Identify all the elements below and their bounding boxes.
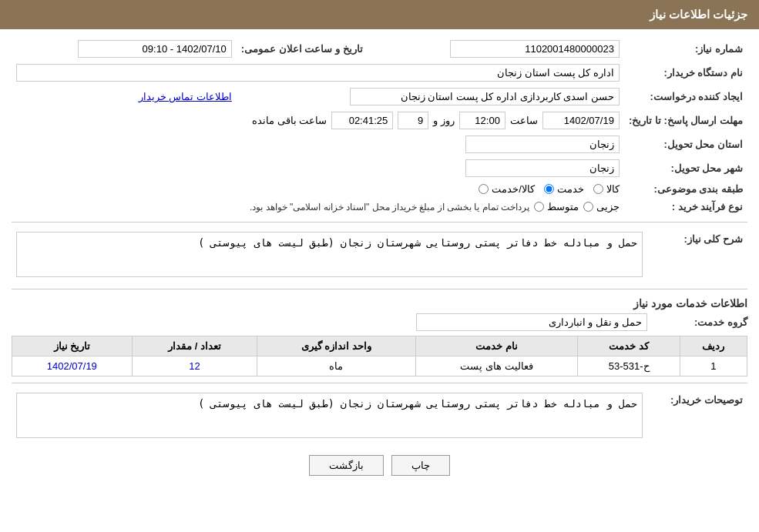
buyer-description-textarea[interactable] bbox=[16, 393, 643, 438]
main-content: شماره نیاز: 1102001480000023 تاریخ و ساع… bbox=[0, 29, 759, 495]
col-header-unit: واحد اندازه گیری bbox=[257, 336, 415, 356]
category-option-both: کالا/خدمت bbox=[479, 183, 535, 195]
deadline-remaining-label: ساعت باقی مانده bbox=[252, 115, 327, 126]
col-header-name: نام خدمت bbox=[415, 336, 578, 356]
category-goods-label: کالا bbox=[606, 183, 620, 195]
page-wrapper: جزئیات اطلاعات نیاز شماره نیاز: 11020014… bbox=[0, 0, 759, 532]
divider-2 bbox=[12, 289, 747, 289]
city-value: زنجان bbox=[465, 159, 620, 177]
category-option-goods: کالا bbox=[593, 183, 620, 195]
deadline-date: 1402/07/19 bbox=[542, 112, 620, 129]
main-form-table: شماره نیاز: 1102001480000023 تاریخ و ساع… bbox=[12, 37, 747, 216]
purchase-radio-medium[interactable] bbox=[534, 202, 544, 212]
purchase-medium-label: متوسط bbox=[547, 201, 579, 212]
print-button[interactable]: چاپ bbox=[391, 455, 450, 476]
category-radio-service[interactable] bbox=[544, 184, 554, 194]
buyer-description-label: توصیحات خریدار: bbox=[647, 390, 747, 443]
deadline-days: 9 bbox=[398, 112, 428, 129]
cell-code: ح-531-53 bbox=[578, 356, 680, 376]
services-section-title: اطلاعات خدمات مورد نیاز bbox=[12, 297, 747, 309]
deadline-label: مهلت ارسال پاسخ: تا تاریخ: bbox=[624, 109, 747, 132]
description-table: شرح کلی نیاز: bbox=[12, 229, 747, 283]
col-header-date: تاریخ نیاز bbox=[12, 336, 133, 356]
buyer-org-label: نام دستگاه خریدار: bbox=[624, 61, 747, 85]
need-number-value: 1102001480000023 bbox=[450, 40, 620, 58]
purchase-type-label: نوع فرآیند خرید : bbox=[624, 198, 747, 216]
service-group-row: گروه خدمت: حمل و نقل و انبارداری bbox=[12, 313, 747, 331]
category-radio-goods[interactable] bbox=[593, 184, 603, 194]
page-header: جزئیات اطلاعات نیاز bbox=[0, 0, 759, 29]
cell-unit: ماه bbox=[257, 356, 415, 376]
category-service-label: خدمت bbox=[557, 183, 584, 195]
province-label: استان محل تحویل: bbox=[624, 132, 747, 156]
category-option-service: خدمت bbox=[544, 183, 584, 195]
cell-name: فعالیت های پست bbox=[415, 356, 578, 376]
action-buttons: چاپ بازگشت bbox=[12, 455, 747, 476]
col-header-code: کد خدمت bbox=[578, 336, 680, 356]
divider-1 bbox=[12, 222, 747, 223]
date-label: تاریخ و ساعت اعلان عمومی: bbox=[237, 37, 378, 61]
purchase-type-medium: متوسط bbox=[534, 201, 579, 212]
deadline-time: 12:00 bbox=[459, 112, 505, 129]
back-button[interactable]: بازگشت bbox=[309, 455, 384, 476]
purchase-radio-partial[interactable] bbox=[583, 202, 593, 212]
service-group-label: گروه خدمت: bbox=[647, 316, 747, 328]
need-description-textarea[interactable] bbox=[16, 232, 643, 277]
date-value: 1402/07/10 - 09:10 bbox=[78, 40, 232, 58]
cell-row: 1 bbox=[680, 356, 747, 376]
purchase-type-partial: جزیی bbox=[583, 201, 620, 212]
need-description-label: شرح کلی نیاز: bbox=[647, 229, 747, 283]
cell-date: 1402/07/19 bbox=[12, 356, 133, 376]
deadline-days-label: روز و bbox=[433, 115, 455, 126]
buyer-org-value: اداره کل پست استان زنجان bbox=[16, 64, 620, 82]
city-label: شهر محل تحویل: bbox=[624, 156, 747, 180]
contact-link[interactable]: اطلاعات تماس خریدار bbox=[139, 91, 232, 102]
services-table: ردیف کد خدمت نام خدمت واحد اندازه گیری ت… bbox=[12, 336, 747, 376]
page-title: جزئیات اطلاعات نیاز bbox=[650, 8, 747, 21]
deadline-time-label: ساعت bbox=[510, 115, 538, 126]
category-radio-group: کالا خدمت کالا/خدمت bbox=[16, 183, 620, 195]
col-header-row: ردیف bbox=[680, 336, 747, 356]
need-number-label: شماره نیاز: bbox=[624, 37, 747, 61]
cell-qty: 12 bbox=[132, 356, 257, 376]
deadline-remaining: 02:41:25 bbox=[331, 112, 393, 129]
creator-value: حسن اسدی کاربردازی اداره کل پست استان زن… bbox=[350, 88, 620, 105]
purchase-type-note: پرداخت تمام یا بخشی از مبلغ خریداز محل "… bbox=[250, 202, 529, 212]
category-label: طبقه بندی موضوعی: bbox=[624, 180, 747, 198]
divider-3 bbox=[12, 383, 747, 383]
category-both-label: کالا/خدمت bbox=[492, 183, 535, 195]
purchase-partial-label: جزیی bbox=[596, 201, 620, 212]
creator-label: ایجاد کننده درخواست: bbox=[624, 85, 747, 109]
table-row: 1 ح-531-53 فعالیت های پست ماه 12 1402/07… bbox=[12, 356, 747, 376]
col-header-qty: تعداد / مقدار bbox=[132, 336, 257, 356]
category-radio-both[interactable] bbox=[479, 184, 489, 194]
buyer-desc-table: توصیحات خریدار: bbox=[12, 390, 747, 443]
province-value: زنجان bbox=[465, 136, 620, 153]
service-group-value: حمل و نقل و انبارداری bbox=[416, 313, 647, 331]
